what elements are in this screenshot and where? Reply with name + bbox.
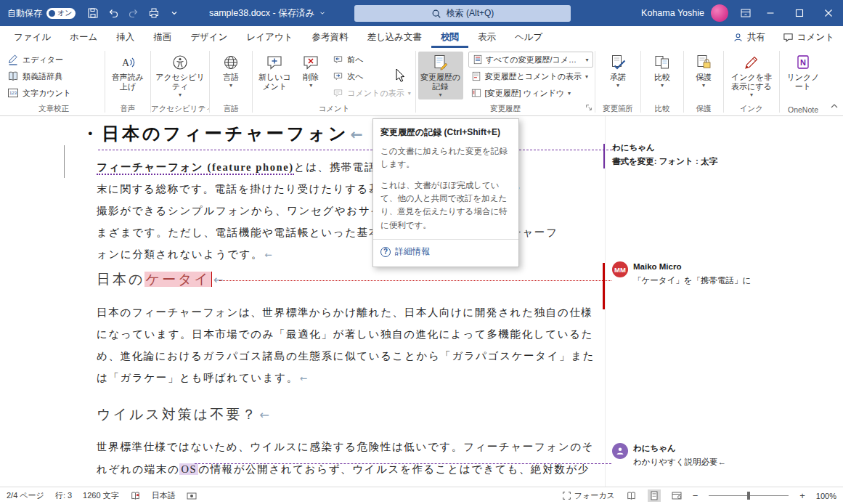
accept-button[interactable]: 承諾 ▾ (600, 52, 635, 99)
redo-button[interactable] (123, 3, 144, 23)
tab-layout[interactable]: レイアウト (237, 26, 302, 48)
document-heading-1[interactable]: ・日本のフィーチャーフォン← (81, 122, 366, 145)
group-label-ink: インク (724, 104, 779, 114)
read-mode-button[interactable] (626, 491, 637, 500)
chevron-down-icon: ▾ (408, 90, 411, 97)
revision-note[interactable]: わにちゃん 書式を変更: フォント : 太字 (612, 142, 837, 167)
comment-author: わにちゃん (633, 443, 726, 454)
track-changes-button[interactable]: 変更履歴の記録 ▾ (418, 52, 463, 99)
save-button[interactable] (83, 3, 103, 23)
protect-button[interactable]: 保護 ▾ (687, 52, 720, 99)
chevron-down-icon: ▾ (585, 73, 588, 80)
tab-draw[interactable]: 描画 (144, 26, 181, 48)
maximize-button[interactable] (785, 0, 814, 26)
delete-comment-button[interactable]: 削除 ▾ (296, 52, 325, 99)
print-layout-button[interactable] (648, 489, 661, 502)
focus-button[interactable]: フォーカス (562, 490, 615, 501)
language-button[interactable]: 言語 ▾ (213, 52, 249, 99)
chevron-down-icon: ▾ (661, 82, 664, 89)
document-heading-3[interactable]: ウイルス対策は不要？← (97, 405, 272, 424)
tab-design[interactable]: デザイン (181, 26, 237, 48)
comment-anchor-text[interactable]: ケータイ (144, 272, 211, 287)
track-changes-icon (432, 54, 449, 71)
comment-card[interactable]: MM Maiko Micro 「ケータイ」を「携帯電話」に (612, 261, 837, 286)
minimize-button[interactable] (756, 0, 785, 26)
close-button[interactable] (814, 0, 843, 26)
word-count-button[interactable]: 123 文字カウント (4, 85, 74, 101)
tab-references[interactable]: 参考資料 (302, 26, 357, 48)
tab-home[interactable]: ホーム (60, 26, 107, 48)
zoom-slider-knob[interactable] (747, 492, 750, 500)
svg-text:123: 123 (9, 91, 17, 95)
revision-author: わにちゃん (612, 142, 717, 153)
zoom-out-button[interactable]: − (693, 490, 699, 501)
chevron-down-icon: ▾ (309, 82, 312, 89)
page-indicator[interactable]: 2/4 ページ (7, 490, 44, 501)
read-aloud-button[interactable]: A 音声読み上げ (107, 52, 148, 99)
tab-mailings[interactable]: 差し込み文書 (357, 26, 431, 48)
zoom-level[interactable]: 100% (816, 492, 836, 500)
undo-button[interactable] (103, 3, 123, 23)
hide-ink-button[interactable]: インクを非表示にする ▾ (727, 52, 776, 99)
tab-insert[interactable]: 挿入 (107, 26, 144, 48)
learn-more-link[interactable]: ? 詳細情報 (373, 239, 518, 264)
comment-card[interactable]: わにちゃん わかりやすく説明必要← (612, 443, 837, 468)
accept-icon (609, 54, 627, 71)
share-label: 共有 (747, 31, 765, 44)
next-comment-button[interactable]: 次へ (330, 68, 413, 84)
document-heading-2[interactable]: 日本のケータイ← (97, 270, 225, 289)
ribbon-display-options-button[interactable] (736, 3, 756, 23)
document-title[interactable]: sample38.docx - 保存済み (209, 7, 326, 20)
language-indicator[interactable]: 日本語 (152, 490, 176, 501)
editor-button[interactable]: エディター (4, 52, 66, 68)
user-avatar[interactable] (711, 4, 728, 22)
linked-notes-button[interactable]: N リンクノート (784, 52, 822, 99)
collapse-ribbon-button[interactable] (830, 99, 839, 113)
ribbon-group-onenote: N リンクノート OneNote (780, 48, 826, 115)
tab-file[interactable]: ファイル (4, 26, 60, 48)
user-name[interactable]: Kohama Yoshie (641, 8, 704, 18)
macro-recording-icon[interactable] (187, 492, 197, 500)
search-box[interactable]: 検索 (Alt+Q) (354, 5, 571, 22)
comment-anchor-text[interactable]: OS (179, 463, 198, 475)
compare-button[interactable]: 比較 ▾ (645, 52, 680, 99)
show-markup-button[interactable]: 変更履歴とコメントの表示 ▾ (468, 68, 593, 84)
tracking-dialog-launcher[interactable] (585, 101, 592, 114)
paragraph-1[interactable]: フィーチャーフォン (feature phone)とは、携帯電話の端末の一 末に… (97, 156, 598, 266)
commenter-avatar[interactable] (612, 443, 628, 459)
linked-notes-label: リンクノート (786, 73, 820, 92)
svg-text:N: N (800, 58, 806, 67)
compare-label: 比較 (654, 73, 670, 82)
zoom-in-button[interactable]: + (799, 490, 805, 501)
tab-help[interactable]: ヘルプ (505, 26, 552, 48)
tab-view[interactable]: 表示 (468, 26, 505, 48)
group-label-accessibility: アクセシビリティ (151, 104, 209, 114)
thesaurus-button[interactable]: 類義語辞典 (4, 68, 65, 84)
new-comment-button[interactable]: 新しいコメント (254, 52, 295, 99)
zoom-slider[interactable] (709, 495, 789, 496)
chevron-down-icon: ▾ (439, 92, 441, 98)
word-count-indicator[interactable]: 1260 文字 (83, 490, 119, 501)
tooltip-title: 変更履歴の記録 (Ctrl+Shift+E) (380, 126, 511, 139)
commenter-avatar[interactable]: MM (612, 261, 628, 277)
chevron-down-icon: ▾ (750, 92, 753, 98)
web-layout-button[interactable] (672, 491, 682, 500)
body-text: ォンに分類されないようです。 (97, 248, 263, 260)
display-for-review-combo[interactable]: すべての変更履歴/コメ… ▾ (468, 52, 593, 68)
body-text: 撮影ができるシンプルフォンから、ワンセグやおサイフケータイ対応など、さ (97, 200, 598, 221)
autosave-toggle[interactable]: オン (46, 8, 76, 19)
reviewing-pane-button[interactable]: [変更履歴] ウィンドウ ▾ (468, 85, 593, 101)
previous-comment-button[interactable]: 前へ (330, 52, 413, 68)
show-comments-button[interactable]: コメントの表示 ▾ (330, 85, 413, 101)
tab-review[interactable]: 校閲 (431, 26, 468, 48)
share-button[interactable]: 共有 (724, 26, 774, 48)
print-button[interactable] (144, 3, 164, 23)
comment-icon (783, 32, 794, 43)
comments-button[interactable]: コメント (774, 26, 843, 48)
line-indicator[interactable]: 行: 3 (55, 490, 72, 501)
paragraph-2[interactable]: 日本のフィーチャーフォンは、世界標準からかけ離れた、日本人向けに開発された独自の… (97, 301, 612, 389)
quick-access-chevron-button[interactable] (164, 3, 184, 23)
proofing-status-icon[interactable] (130, 491, 141, 501)
accessibility-button[interactable]: アクセシビリティ ▾ (153, 52, 207, 99)
paragraph-3[interactable]: 世界標準仕様ではないため、ウイルスに感染する危険性は低いです。フィーチャーフォン… (97, 436, 612, 481)
